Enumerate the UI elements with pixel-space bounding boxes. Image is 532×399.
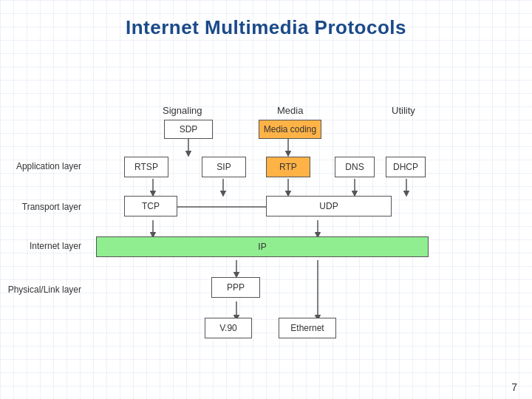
diagram-arrows: [0, 59, 532, 377]
page-number: 7: [511, 381, 517, 393]
internet-layer-label: Internet layer: [7, 241, 81, 253]
transport-layer-label: Transport layer: [7, 202, 81, 214]
sdp-box: SDP: [164, 120, 213, 139]
slide-title: Internet Multimedia Protocols: [0, 0, 532, 39]
dns-box: DNS: [335, 157, 375, 177]
media-header: Media: [277, 105, 303, 116]
rtsp-box: RTSP: [124, 157, 168, 177]
application-layer-label: Application layer: [7, 161, 81, 173]
tcp-box: TCP: [124, 196, 177, 216]
dhcp-box: DHCP: [386, 157, 426, 177]
physical-layer-label: Physical/Link layer: [7, 284, 81, 296]
udp-box: UDP: [266, 196, 392, 216]
utility-header: Utility: [392, 105, 415, 116]
media-coding-box: Media coding: [259, 120, 321, 139]
ethernet-box: Ethernet: [279, 318, 336, 338]
ppp-box: PPP: [211, 277, 260, 298]
signaling-header: Signaling: [163, 105, 202, 116]
rtp-box: RTP: [266, 157, 310, 177]
v90-box: V.90: [205, 318, 252, 338]
sip-box: SIP: [202, 157, 246, 177]
ip-box: IP: [96, 236, 429, 257]
